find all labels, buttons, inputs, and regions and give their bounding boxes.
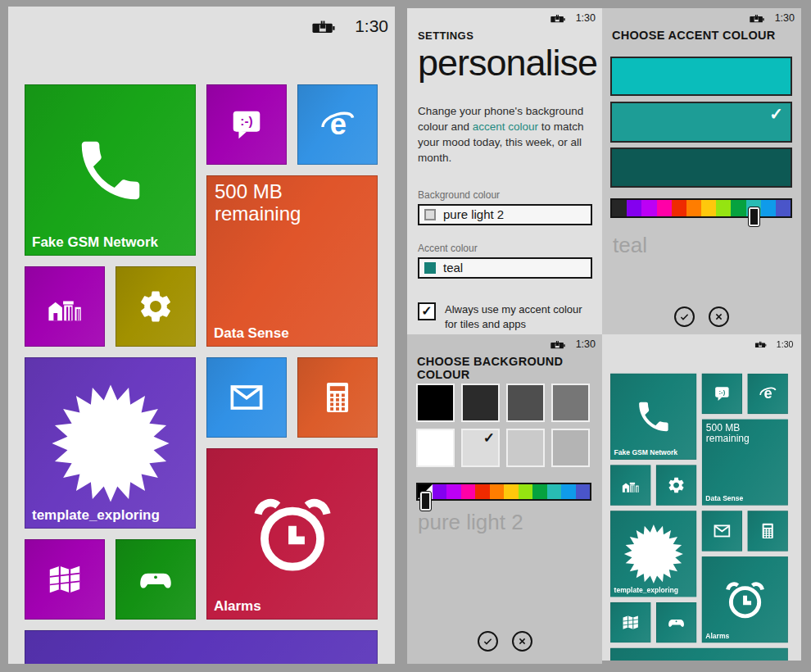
tile-maps[interactable] [610,602,650,642]
accent-colour-swatch [424,262,436,274]
accent-colour-link[interactable]: accent colour [473,120,538,133]
strip-colour[interactable] [701,200,716,216]
strip-slider-handle[interactable] [749,207,759,226]
accent-swatch-option[interactable] [610,57,792,96]
tile-settings[interactable] [116,266,196,347]
tile-messaging[interactable]: :-) [206,84,287,165]
phone-icon [610,374,696,460]
accept-button[interactable] [674,306,695,327]
tile-template-exploring[interactable]: template_exploring [25,357,196,529]
personalise-settings-panel: 1:30 SETTINGS personalise Change your ph… [407,8,602,334]
strip-colour[interactable] [561,484,576,499]
accent-colour-label: Accent colour [418,243,592,254]
tile-buildings[interactable] [610,465,650,505]
tile-internet-explorer[interactable]: e [297,84,378,165]
tile-data-sense[interactable]: 500 MB remainingData Sense [702,420,788,506]
settings-header: SETTINGS [418,30,592,42]
tile-fake-gsm-network[interactable]: Fake GSM Network [25,84,196,256]
accent-swatch-option[interactable]: ✓ [610,102,792,143]
selected-check-icon: ✓ [769,104,783,124]
tile-data-sense[interactable]: 500 MB remainingData Sense [206,175,378,347]
background-colour-field: Background colour pure light 2 [418,189,592,225]
accept-button[interactable] [478,631,498,652]
strip-colour[interactable] [686,200,701,216]
buildings-icon [610,465,650,505]
tile-email[interactable] [206,357,287,438]
tile-calculator[interactable] [748,511,788,551]
clock: 1:30 [576,338,596,350]
strip-slider-handle[interactable] [420,492,431,511]
background-colour-label: Background colour [418,189,592,201]
background-swatch-option[interactable] [506,429,545,467]
tile-label: Alarms [705,632,729,640]
tile-wide-tile[interactable] [610,648,788,661]
tile-headline: 500 MB remaining [706,422,768,445]
strip-colour[interactable] [433,484,447,499]
strip-colour[interactable] [612,200,627,216]
cancel-button[interactable] [709,306,729,327]
message-icon: :-) [702,374,742,414]
dialog-buttons [602,306,801,327]
tile-maps[interactable] [25,539,105,620]
maps-icon [25,539,105,620]
strip-colour[interactable] [641,200,656,216]
tile-wide-tile[interactable] [25,630,378,664]
background-swatch-option[interactable] [506,384,545,422]
strip-colour[interactable] [547,484,562,499]
background-colour-select[interactable]: pure light 2 [418,204,592,225]
calculator-icon [748,511,788,551]
strip-colour[interactable] [657,200,672,216]
tile-alarms[interactable]: Alarms [206,448,378,620]
tile-internet-explorer[interactable]: e [748,374,788,414]
tile-template-exploring[interactable]: template_exploring [610,511,696,597]
svg-text::-): :-) [240,114,252,128]
background-swatch-option[interactable] [551,429,590,467]
clock: 1:30 [576,12,596,24]
accent-swatch-option[interactable] [610,148,792,188]
background-swatch-option[interactable] [551,384,590,422]
tile-label: Data Sense [214,325,289,342]
accent-swatch-list: ✓ [610,57,792,193]
strip-colour[interactable] [627,200,641,216]
tile-calculator[interactable] [297,357,378,438]
cancel-button[interactable] [512,631,532,652]
svg-text::-): :-) [719,388,726,396]
strip-colour[interactable] [761,200,776,216]
tile-email[interactable] [702,511,742,551]
tile-buildings[interactable] [25,266,105,347]
strip-colour[interactable] [490,484,505,499]
background-swatch-option[interactable] [461,384,500,422]
strip-colour[interactable] [446,484,461,499]
strip-colour[interactable] [532,484,547,499]
strip-colour[interactable] [504,484,519,499]
accent-colour-select[interactable]: teal [418,257,592,279]
always-accent-checkbox[interactable]: ✓ [418,302,436,320]
picker-title: CHOOSE ACCENT COLOUR [612,29,776,42]
app-canvas: { "status": { "time": "1:30", "battery_i… [0,0,811,672]
tile-fake-gsm-network[interactable]: Fake GSM Network [610,374,696,460]
strip-colour[interactable] [461,484,476,499]
strip-colour[interactable] [576,484,591,499]
tile-games[interactable] [116,539,196,620]
background-swatch-grid: ✓ [416,384,591,467]
background-swatch-option[interactable]: ✓ [461,429,500,467]
background-swatch-option[interactable] [416,429,455,467]
tile-settings[interactable] [656,465,696,505]
strip-colour[interactable] [475,484,490,499]
status-bar: 1:30 [312,16,388,36]
battery-charging-icon [750,14,764,23]
selected-check-icon: ✓ [483,429,495,447]
svg-text:e: e [763,384,772,402]
strip-colour[interactable] [672,200,686,216]
tile-games[interactable] [656,602,696,642]
strip-colour[interactable] [716,200,731,216]
always-accent-option: ✓ Always use my accent colour for tiles … [418,302,592,334]
strip-colour[interactable] [519,484,533,499]
strip-colour[interactable] [776,200,791,216]
start-screen-panel: 1:30 Fake GSM Network:-)e500 MB remainin… [8,7,395,664]
tile-messaging[interactable]: :-) [702,374,742,414]
background-swatch-option[interactable] [416,384,455,422]
strip-colour[interactable] [731,200,745,216]
tile-alarms[interactable]: Alarms [702,556,788,642]
tile-grid: Fake GSM Network:-)e500 MB remainingData… [8,7,395,664]
